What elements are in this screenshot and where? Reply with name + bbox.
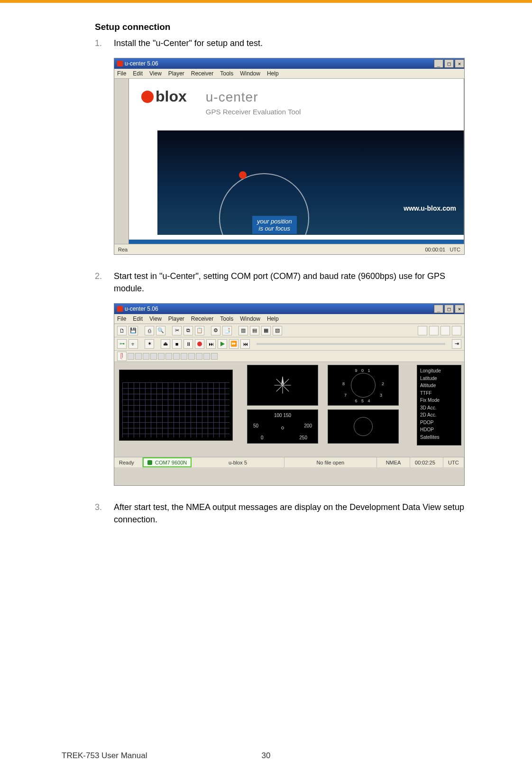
step-3: 3. After start test, the NMEA output mes…: [95, 501, 475, 526]
menu-help[interactable]: Help: [267, 70, 279, 77]
pause-icon[interactable]: ⏸: [183, 339, 193, 349]
fast-forward-icon[interactable]: ⏩: [229, 339, 238, 349]
menu-tools[interactable]: Tools: [220, 315, 233, 322]
paste-icon[interactable]: 📋: [195, 326, 204, 335]
ublox-logo: blox: [141, 88, 187, 105]
ublox-dot-icon: [141, 91, 154, 103]
print-preview-icon[interactable]: 🔍: [156, 326, 165, 335]
new-file-icon[interactable]: 🗋: [117, 326, 127, 335]
step-icon[interactable]: ⏭: [206, 339, 216, 349]
menu-edit[interactable]: Edit: [133, 70, 143, 77]
panel-1-icon[interactable]: ▥: [238, 326, 248, 335]
ublox-url: www.u-blox.com: [404, 204, 456, 212]
footer-page-number: 30: [262, 751, 271, 761]
step-number: 3.: [95, 501, 114, 526]
label-altitude: Altitude: [420, 382, 458, 390]
print-icon[interactable]: ⎙: [145, 326, 154, 335]
toolbar-icon[interactable]: [452, 326, 461, 335]
eject-icon[interactable]: ⏏: [161, 339, 170, 349]
menu-window[interactable]: Window: [240, 315, 260, 322]
panels-area: 100 150 50 200 0 250 9 0 1 8 2 7 3: [114, 362, 464, 457]
panel-3-icon[interactable]: ▦: [261, 326, 271, 335]
baud-icon[interactable]: ᯤ: [128, 339, 138, 349]
connect-icon[interactable]: ⊶: [117, 339, 127, 349]
record-icon[interactable]: [195, 339, 204, 349]
splash-tagline: your position is our focus: [252, 216, 297, 234]
tagline-line1: your position: [257, 218, 292, 225]
label-3dacc: 3D Acc.: [420, 404, 458, 412]
satellite-icon[interactable]: ✶: [145, 339, 154, 349]
gauge-top: 100 150: [274, 413, 291, 418]
stop-icon[interactable]: ■: [172, 339, 182, 349]
menu-window[interactable]: Window: [240, 70, 260, 77]
indicator-cell: [196, 353, 202, 360]
step-2: 2. Start test in "u-Center", setting COM…: [95, 270, 475, 295]
panel-2-icon[interactable]: ▤: [250, 326, 259, 335]
menu-help[interactable]: Help: [267, 315, 279, 322]
indicator-cell: [173, 353, 180, 360]
indicator-cell: [203, 353, 210, 360]
step-text: Start test in "u-Center", setting COM po…: [114, 270, 475, 295]
indicator-cell: [211, 353, 218, 360]
menu-player[interactable]: Player: [168, 315, 184, 322]
close-button[interactable]: ×: [455, 59, 464, 68]
copy-icon[interactable]: ⧉: [183, 326, 193, 335]
status-time: 00:00:01: [425, 247, 445, 252]
skyplot-panel: [328, 409, 399, 444]
menu-receiver[interactable]: Receiver: [191, 70, 213, 77]
clock-3: 3: [380, 393, 382, 398]
menu-view[interactable]: View: [149, 315, 162, 322]
clock-top-nums: 9 0 1: [328, 368, 398, 373]
screenshot-ucenter-splash: u-center 5.06 _ □ × File Edit View Playe…: [114, 58, 465, 255]
menu-view[interactable]: View: [149, 70, 162, 77]
maximize-button[interactable]: □: [444, 305, 454, 313]
step-1: 1. Install the "u-Center" for setup and …: [95, 37, 475, 49]
app-icon: [117, 306, 123, 312]
status-bar: Rea 00:00:01 UTC: [114, 244, 464, 254]
menu-file[interactable]: File: [117, 70, 126, 77]
status-bar: Ready COM7 9600N u-blox 5 No file open N…: [114, 457, 464, 467]
menu-file[interactable]: File: [117, 315, 126, 322]
toolbar-icon[interactable]: [429, 326, 439, 335]
indicator-cell: [188, 353, 195, 360]
play-icon[interactable]: [218, 339, 227, 349]
label-longitude: Longitude: [420, 367, 458, 375]
label-hdop: HDOP: [420, 426, 458, 434]
minimize-button[interactable]: _: [434, 305, 443, 313]
panel-4-icon[interactable]: ▧: [273, 326, 282, 335]
save-icon[interactable]: 💾: [128, 326, 138, 335]
menu-bar: File Edit View Player Receiver Tools Win…: [114, 314, 464, 324]
compass-icon: [272, 375, 293, 396]
toolbar-icon[interactable]: [440, 326, 450, 335]
tagline-line2: is our focus: [257, 225, 292, 232]
status-proto: NMEA: [377, 457, 410, 467]
antenna-icon[interactable]: ᥫ: [117, 352, 127, 361]
gauge-bl: 0: [261, 435, 264, 440]
splash-title: u-center: [206, 90, 301, 105]
player-seek-bar[interactable]: [257, 343, 445, 345]
toolbar-icon[interactable]: [418, 326, 427, 335]
skip-back-icon[interactable]: ⏮: [240, 339, 250, 349]
menu-tools[interactable]: Tools: [220, 70, 233, 77]
maximize-button[interactable]: □: [444, 59, 454, 68]
close-button[interactable]: ×: [455, 305, 464, 313]
minimize-button[interactable]: _: [434, 59, 443, 68]
page-content: Setup connection 1. Install the "u-Cente…: [0, 3, 532, 553]
toolbar-row-player: ⊶ ᯤ ✶ ⏏ ■ ⏸ ⏭ ⏩ ⏮ ⇥: [114, 337, 464, 351]
status-time: 00:02:25: [410, 457, 443, 467]
screenshot-ucenter-running: u-center 5.06 _ □ × File Edit View Playe…: [114, 303, 465, 486]
indicator-cell: [128, 353, 134, 360]
view-icon[interactable]: 📑: [222, 326, 232, 335]
page-footer: TREK-753 User Manual 30: [0, 751, 532, 761]
menu-player[interactable]: Player: [168, 70, 184, 77]
menu-edit[interactable]: Edit: [133, 315, 143, 322]
cut-icon[interactable]: ✂: [172, 326, 182, 335]
window-titlebar: u-center 5.06 _ □ ×: [114, 304, 464, 314]
clock-panel: 9 0 1 8 2 7 3 6 5 4: [328, 365, 399, 406]
menu-receiver[interactable]: Receiver: [191, 315, 213, 322]
indicator-cell: [150, 353, 157, 360]
skip-end-icon[interactable]: ⇥: [452, 339, 461, 349]
gauge-left: 50: [253, 423, 258, 428]
tool-icon[interactable]: ⚙: [211, 326, 220, 335]
indicator-cell: [135, 353, 142, 360]
